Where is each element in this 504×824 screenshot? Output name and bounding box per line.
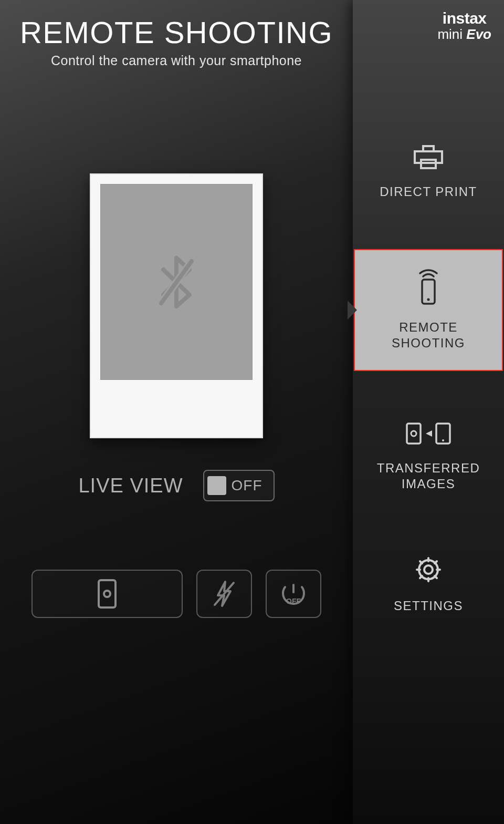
selected-indicator-arrow	[348, 301, 357, 320]
page-title: REMOTE SHOOTING	[20, 15, 333, 50]
sidebar-item-transferred-images[interactable]: TRANSFERREDIMAGES	[353, 401, 504, 511]
live-view-row: LIVE VIEW OFF	[78, 470, 274, 501]
flash-off-icon	[212, 580, 237, 608]
svg-rect-12	[407, 424, 421, 444]
sidebar-item-remote-shooting[interactable]: REMOTESHOOTING	[354, 249, 503, 371]
sidebar: instax mini Evo DIRECT PRINT REMOTESHOOT…	[353, 0, 504, 824]
timer-off-icon: OFF	[279, 580, 308, 608]
phone-remote-icon	[417, 269, 440, 306]
sidebar-item-label: DIRECT PRINT	[380, 184, 477, 200]
printer-icon	[412, 145, 445, 170]
preview-image-area	[100, 184, 253, 380]
live-view-label: LIVE VIEW	[78, 475, 183, 497]
page-subtitle: Control the camera with your smartphone	[51, 53, 302, 68]
svg-text:OFF: OFF	[286, 597, 301, 605]
svg-point-3	[104, 591, 110, 597]
gear-icon	[414, 555, 443, 584]
control-button-row: OFF	[0, 570, 353, 618]
flash-button[interactable]	[196, 570, 252, 618]
polaroid-frame	[90, 173, 263, 438]
live-view-toggle[interactable]: OFF	[203, 470, 275, 501]
sidebar-item-direct-print[interactable]: DIRECT PRINT	[353, 126, 504, 219]
sidebar-item-label: SETTINGS	[394, 598, 463, 614]
brand-logo: instax mini Evo	[437, 11, 491, 41]
svg-point-15	[442, 439, 444, 441]
svg-rect-2	[99, 580, 116, 607]
svg-point-17	[419, 560, 438, 579]
bluetooth-disabled-icon	[158, 255, 195, 310]
svg-rect-8	[415, 151, 442, 163]
sidebar-item-settings[interactable]: SETTINGS	[353, 536, 504, 633]
transfer-icon	[405, 420, 452, 447]
toggle-knob	[207, 476, 226, 495]
logo-line1: instax	[437, 11, 491, 26]
logo-line2: mini Evo	[437, 27, 491, 41]
shutter-button[interactable]	[32, 570, 183, 618]
timer-button[interactable]: OFF	[266, 570, 321, 618]
svg-point-11	[427, 298, 430, 301]
live-view-state: OFF	[232, 477, 262, 494]
svg-point-16	[424, 565, 433, 574]
camera-phone-icon	[97, 579, 118, 609]
preview-container	[90, 173, 263, 438]
sidebar-item-label: TRANSFERREDIMAGES	[377, 460, 480, 492]
sidebar-item-label: REMOTESHOOTING	[392, 320, 465, 351]
main-panel: REMOTE SHOOTING Control the camera with …	[0, 0, 353, 824]
svg-point-13	[411, 431, 416, 436]
